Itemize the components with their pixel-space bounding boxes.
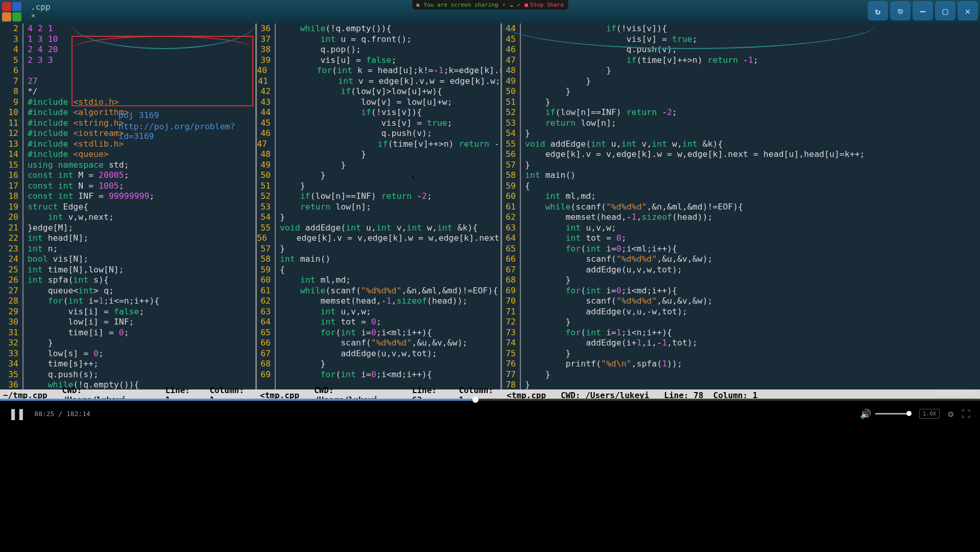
code-line[interactable]: 21 }edge[M]; — [0, 223, 255, 234]
volume-control[interactable]: 🔊 — [860, 408, 911, 419]
code-line[interactable]: 44 if(!vis[v]){ — [257, 107, 500, 118]
win-btn-1[interactable]: ↻ — [868, 1, 888, 20]
code-line[interactable]: 15 using namespace std; — [0, 160, 255, 171]
progress-track[interactable] — [0, 399, 980, 401]
code-line[interactable]: 38 q.pop(); — [257, 44, 500, 55]
code-line[interactable]: 3 1 3 10 — [0, 34, 255, 45]
code-line[interactable]: 42 if(low[v]>low[u]+w){ — [257, 86, 500, 97]
code-line[interactable]: 17 const int N = 1005; — [0, 181, 255, 192]
pause-button[interactable]: ❚❚ — [9, 406, 25, 421]
code-line[interactable]: 46 q.push(v); — [257, 128, 500, 139]
code-line[interactable]: 60 int ml,md; — [502, 191, 980, 202]
code-line[interactable]: 67 addEdge(u,v,w,tot); — [502, 265, 980, 275]
code-line[interactable]: 62 memset(head,-1,sizeof(head)); — [257, 296, 500, 307]
code-line[interactable]: 29 vis[i] = false; — [0, 307, 255, 317]
code-line[interactable]: 66 scanf("%d%d%d",&u,&v,&w); — [257, 338, 500, 349]
app-icon-red[interactable] — [2, 2, 11, 11]
code-line[interactable]: 36 while(!q.empty()){ — [257, 24, 500, 34]
code-line[interactable]: 57 } — [257, 244, 500, 255]
code-line[interactable]: 60 int ml,md; — [257, 275, 500, 286]
app-icon-orange[interactable] — [2, 12, 11, 21]
share-audio-icon[interactable]: ⚡ — [502, 2, 506, 8]
code-line[interactable]: 72 } — [502, 317, 980, 328]
code-line[interactable]: 27 queue<int> q; — [0, 286, 255, 296]
minimize-button[interactable]: — — [913, 1, 933, 20]
code-line[interactable]: 64 int tot = 0; — [502, 233, 980, 244]
code-line[interactable]: 50 } — [502, 86, 980, 97]
code-line[interactable]: 44 if(!vis[v]){ — [502, 24, 980, 34]
code-line[interactable]: 45 vis[v] = true; — [257, 118, 500, 129]
code-line[interactable]: 75 } — [502, 349, 980, 359]
code-line[interactable]: 59 { — [502, 181, 980, 192]
code-line[interactable]: 39 vis[u] = false; — [257, 55, 500, 66]
code-line[interactable]: 59 { — [257, 265, 500, 275]
code-line[interactable]: 25 int time[N],low[N]; — [0, 265, 255, 275]
code-line[interactable]: 56 edge[k].v = v,edge[k].w = w,edge[k].n… — [257, 233, 500, 244]
volume-track[interactable] — [875, 413, 911, 415]
code-line[interactable]: 8 */ — [0, 86, 255, 97]
code-line[interactable]: 55 void addEdge(int u,int v,int w,int &k… — [502, 139, 980, 150]
code-line[interactable]: 65 for(int i=0;i<ml;i++){ — [502, 244, 980, 255]
code-line[interactable]: 51 } — [502, 97, 980, 108]
code-line[interactable]: 50 } — [257, 170, 500, 181]
editor-pane-1[interactable]: 2 4 2 13 1 3 104 2 4 205 2 3 36 7 278 */… — [0, 24, 257, 389]
code-line[interactable]: 6 — [0, 65, 255, 76]
code-line[interactable]: 69 for(int i=0;i<md;i++){ — [502, 286, 980, 296]
settings-icon[interactable]: ⚙ — [948, 408, 953, 419]
code-line[interactable]: 71 addEdge(v,u,-w,tot); — [502, 307, 980, 317]
code-line[interactable]: 54 } — [257, 212, 500, 223]
code-line[interactable]: 7 27 — [0, 76, 255, 87]
code-line[interactable]: 54 } — [502, 128, 980, 139]
code-line[interactable]: 49 } — [502, 76, 980, 87]
code-line[interactable]: 55 void addEdge(int u,int v,int w,int &k… — [257, 223, 500, 234]
code-line[interactable]: 32 } — [0, 338, 255, 349]
code-line[interactable]: 5 2 3 3 — [0, 55, 255, 66]
code-line[interactable]: 16 const int M = 20005; — [0, 170, 255, 181]
editor-pane-2[interactable]: 36 while(!q.empty()){37 int u = q.front(… — [257, 24, 502, 389]
code-line[interactable]: 28 for(int i=1;i<=n;i++){ — [0, 296, 255, 307]
code-line[interactable]: 78 } — [502, 380, 980, 389]
app-icon-blue[interactable] — [12, 2, 21, 11]
code-line[interactable]: 18 const int INF = 99999999; — [0, 191, 255, 202]
code-line[interactable]: 69 for(int i=0;i<md;i++){ — [257, 370, 500, 380]
code-line[interactable]: 61 while(scanf("%d%d%d",&n,&ml,&md)!=EOF… — [502, 202, 980, 213]
code-line[interactable]: 35 q.push(s); — [0, 370, 255, 380]
code-line[interactable]: 48 } — [257, 149, 500, 160]
code-line[interactable]: 47 if(time[v]++>n) return -1; — [257, 139, 500, 150]
code-line[interactable]: 40 for(int k = head[u];k!=-1;k=edge[k].n… — [257, 65, 500, 76]
stop-share-button[interactable]: ■ Stop Share — [524, 2, 564, 8]
code-line[interactable]: 61 while(scanf("%d%d%d",&n,&ml,&md)!=EOF… — [257, 286, 500, 296]
code-line[interactable]: 26 int spfa(int s){ — [0, 275, 255, 286]
code-line[interactable]: 47 if(time[v]++>n) return -1; — [502, 55, 980, 66]
code-line[interactable]: 58 int main() — [257, 254, 500, 265]
code-line[interactable]: 68 } — [502, 275, 980, 286]
screen-share-bar[interactable]: ● You are screen sharing ⚡ ☁ ✓ ■ Stop Sh… — [412, 0, 568, 10]
editor-pane-3[interactable]: 44 if(!vis[v]){45 vis[v] = true;46 q.pus… — [502, 24, 980, 389]
code-line[interactable]: 62 memset(head,-1,sizeof(head)); — [502, 212, 980, 223]
code-line[interactable]: 53 return low[n]; — [257, 202, 500, 213]
code-line[interactable]: 9 #include <stdio.h> — [0, 97, 255, 108]
code-line[interactable]: 68 } — [257, 359, 500, 370]
volume-icon[interactable]: 🔊 — [860, 408, 871, 419]
code-line[interactable]: 51 } — [257, 181, 500, 192]
code-line[interactable]: 31 time[i] = 0; — [0, 328, 255, 338]
code-line[interactable]: 46 q.push(v); — [502, 44, 980, 55]
code-line[interactable]: 2 4 2 1 — [0, 24, 255, 34]
code-line[interactable]: 14 #include <queue> — [0, 149, 255, 160]
code-line[interactable]: 34 time[s]++; — [0, 359, 255, 370]
code-line[interactable]: 52 if(low[n]==INF) return -2; — [502, 107, 980, 118]
code-line[interactable]: 67 addEdge(u,v,w,tot); — [257, 349, 500, 359]
code-line[interactable]: 33 low[s] = 0; — [0, 349, 255, 359]
code-line[interactable]: 58 int main() — [502, 170, 980, 181]
code-line[interactable]: 52 if(low[n]==INF) return -2; — [257, 191, 500, 202]
code-line[interactable]: 43 low[v] = low[u]+w; — [257, 97, 500, 108]
code-line[interactable]: 70 scanf("%d%d%d",&u,&v,&w); — [502, 296, 980, 307]
code-line[interactable]: 74 addEdge(i+1,i,-1,tot); — [502, 338, 980, 349]
code-line[interactable]: 77 } — [502, 370, 980, 380]
code-line[interactable]: 48 } — [502, 65, 980, 76]
share-cloud-icon[interactable]: ☁ — [510, 2, 513, 8]
code-line[interactable]: 53 return low[n]; — [502, 118, 980, 129]
code-line[interactable]: 63 int u,v,w; — [257, 307, 500, 317]
code-line[interactable]: 45 vis[v] = true; — [502, 34, 980, 45]
code-line[interactable]: 19 struct Edge{ — [0, 202, 255, 213]
